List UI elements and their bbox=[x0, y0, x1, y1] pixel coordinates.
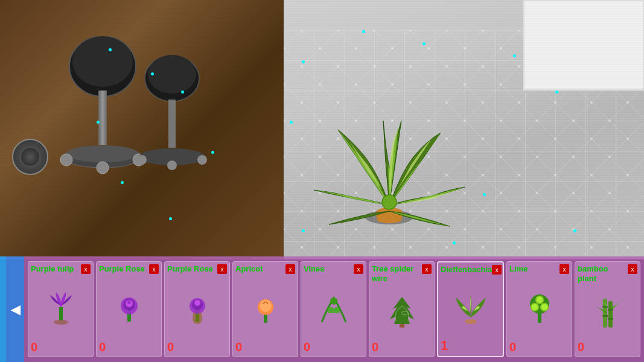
item-count-8: 0 bbox=[509, 340, 569, 354]
svg-point-39 bbox=[330, 297, 337, 305]
item-name-5: Vines bbox=[304, 264, 354, 274]
svg-point-38 bbox=[334, 307, 340, 313]
ar-particle bbox=[362, 30, 365, 33]
item-count-9: 0 bbox=[578, 340, 637, 354]
ar-particle bbox=[302, 60, 305, 63]
svg-point-51 bbox=[537, 297, 543, 303]
svg-point-18 bbox=[197, 155, 207, 165]
item-card-tree-spider-wire[interactable]: Tree spider wire x 0 bbox=[369, 261, 435, 357]
ar-particle bbox=[97, 121, 100, 124]
ar-particle bbox=[151, 72, 154, 75]
svg-point-12 bbox=[97, 162, 109, 174]
svg-point-29 bbox=[127, 300, 131, 304]
svg-point-19 bbox=[167, 160, 177, 170]
item-name-4: Apricot bbox=[235, 264, 285, 274]
item-card-dieffenbachia[interactable]: Dieffenbachia x 1 bbox=[437, 261, 504, 357]
svg-point-37 bbox=[328, 307, 334, 313]
item-count-2: 0 bbox=[99, 340, 159, 354]
ar-particle bbox=[121, 181, 124, 184]
item-card-purple-rose-2[interactable]: Purple Rose x 0 bbox=[164, 261, 230, 357]
svg-point-33 bbox=[194, 300, 200, 306]
item-card-purple-tulip[interactable]: Purple tulip x 0 bbox=[28, 261, 94, 357]
item-card-apricot[interactable]: Apricot x 0 bbox=[232, 261, 298, 357]
item-image-3 bbox=[167, 276, 227, 338]
bottom-panel: ◀ Purple tulip x 0 bbox=[0, 256, 644, 362]
svg-point-50 bbox=[541, 304, 547, 310]
ar-particle bbox=[169, 217, 172, 220]
svg-point-14 bbox=[148, 55, 196, 94]
close-btn-5[interactable]: x bbox=[354, 264, 363, 274]
svg-rect-57 bbox=[608, 318, 613, 320]
item-card-lime[interactable]: Lime x 0 bbox=[506, 261, 572, 357]
svg-point-23 bbox=[54, 320, 68, 325]
left-arrow-icon: ◀ bbox=[11, 302, 20, 317]
close-btn-6[interactable]: x bbox=[422, 264, 432, 274]
svg-point-43 bbox=[465, 319, 477, 324]
item-name-8: Lime bbox=[509, 264, 560, 274]
ar-particle bbox=[290, 121, 293, 124]
close-btn-7[interactable]: x bbox=[492, 265, 502, 275]
ar-viewport bbox=[0, 0, 644, 259]
item-count-4: 0 bbox=[235, 340, 295, 354]
close-btn-3[interactable]: x bbox=[217, 264, 227, 274]
svg-point-9 bbox=[66, 145, 139, 162]
joystick-inner bbox=[21, 148, 39, 166]
ar-particle bbox=[453, 241, 456, 244]
item-image-1 bbox=[31, 276, 91, 338]
close-btn-8[interactable]: x bbox=[560, 264, 569, 274]
stools bbox=[36, 36, 217, 205]
scroll-left-button[interactable]: ◀ bbox=[6, 256, 24, 362]
ar-particle bbox=[181, 91, 184, 94]
item-image-8 bbox=[509, 276, 569, 338]
ar-particle bbox=[483, 193, 486, 196]
left-border bbox=[0, 256, 6, 362]
item-card-vines[interactable]: Vines x 0 bbox=[301, 261, 366, 357]
item-card-bamboo[interactable]: bamboo plant x bbox=[575, 261, 640, 357]
item-name-2: Purple Rose bbox=[99, 264, 149, 274]
svg-point-22 bbox=[382, 195, 397, 209]
item-card-purple-rose-1[interactable]: Purple Rose x 0 bbox=[96, 261, 162, 357]
table bbox=[523, 0, 644, 91]
item-image-5 bbox=[304, 276, 363, 338]
joystick-button[interactable] bbox=[12, 139, 48, 175]
items-container: Purple tulip x 0 Purple Rose x bbox=[24, 256, 644, 362]
ar-particle bbox=[422, 42, 426, 45]
item-count-7: 1 bbox=[441, 338, 500, 354]
ar-particle bbox=[555, 91, 558, 94]
close-btn-1[interactable]: x bbox=[81, 264, 91, 274]
item-image-9 bbox=[578, 285, 637, 338]
ar-particle bbox=[109, 48, 112, 51]
svg-rect-56 bbox=[608, 309, 613, 311]
svg-rect-7 bbox=[98, 91, 107, 145]
item-count-5: 0 bbox=[304, 340, 363, 354]
svg-rect-24 bbox=[59, 307, 63, 320]
svg-rect-15 bbox=[168, 100, 176, 148]
ar-plant bbox=[314, 60, 465, 229]
item-image-2 bbox=[99, 276, 159, 338]
item-count-1: 0 bbox=[31, 340, 91, 354]
svg-rect-55 bbox=[602, 315, 608, 317]
svg-marker-41 bbox=[390, 297, 414, 324]
close-btn-2[interactable]: x bbox=[149, 264, 159, 274]
item-count-3: 0 bbox=[167, 340, 227, 354]
ar-particle bbox=[513, 54, 516, 57]
item-image-4 bbox=[235, 276, 295, 338]
item-count-6: 0 bbox=[372, 340, 432, 354]
svg-rect-53 bbox=[608, 301, 613, 328]
svg-point-17 bbox=[137, 155, 147, 165]
item-name-6: Tree spider wire bbox=[372, 264, 422, 283]
svg-point-6 bbox=[72, 36, 133, 87]
svg-point-49 bbox=[532, 304, 538, 310]
item-image-7 bbox=[441, 277, 500, 335]
close-btn-9[interactable]: x bbox=[628, 264, 637, 274]
item-name-3: Purple Rose bbox=[167, 264, 217, 274]
ar-particle bbox=[573, 229, 576, 232]
close-btn-4[interactable]: x bbox=[285, 264, 295, 274]
item-name-1: Purple tulip bbox=[31, 264, 81, 274]
svg-point-10 bbox=[60, 154, 72, 166]
item-name-7: Dieffenbachia bbox=[441, 265, 492, 275]
ar-particle bbox=[302, 229, 305, 232]
item-image-6 bbox=[372, 285, 432, 338]
ar-particle bbox=[211, 151, 214, 154]
item-name-9: bamboo plant bbox=[578, 264, 628, 283]
